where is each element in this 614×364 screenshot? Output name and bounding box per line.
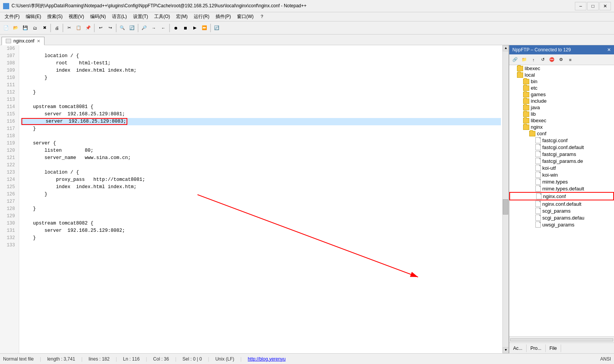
ftp-tree-item-nginx-conf[interactable]: nginx.conf: [509, 192, 614, 200]
code-line-128[interactable]: }: [21, 205, 501, 213]
ftp-hscroll-track[interactable]: [510, 338, 613, 341]
ftp-tree-item-libexec[interactable]: libexec: [509, 65, 614, 72]
code-line-123[interactable]: location / {: [21, 169, 501, 176]
redo-button[interactable]: ↪: [105, 23, 115, 33]
code-line-118[interactable]: [21, 133, 501, 140]
ftp-tree-item-uwsgi_params[interactable]: uwsgi_params: [509, 221, 614, 228]
ftp-tree-item-scgi_params-defau[interactable]: scgi_params.defau: [509, 214, 614, 221]
code-line-113[interactable]: [21, 96, 501, 103]
code-line-107[interactable]: location / {: [21, 52, 501, 60]
menu-file[interactable]: 文件(F): [2, 13, 23, 21]
menu-run[interactable]: 运行(R): [191, 13, 212, 21]
ftp-menu-button[interactable]: ≡: [566, 56, 574, 64]
code-line-127[interactable]: [21, 198, 501, 205]
ftp-tab-file[interactable]: File: [546, 344, 561, 352]
code-line-117[interactable]: }: [21, 125, 501, 133]
macro-play-button[interactable]: ▶: [190, 23, 199, 33]
ftp-tree-item-nginx[interactable]: nginx: [509, 124, 614, 130]
copy-button[interactable]: 📋: [74, 23, 83, 33]
code-line-126[interactable]: }: [21, 191, 501, 198]
tab-nginx-conf[interactable]: nginx.conf ✕: [2, 37, 44, 45]
ftp-folder-button[interactable]: 📁: [520, 56, 528, 64]
code-line-112[interactable]: }: [21, 89, 501, 96]
indent-button[interactable]: →: [149, 23, 158, 33]
menu-language[interactable]: 语言(L): [109, 13, 130, 21]
macro-stop-button[interactable]: ⏹: [181, 23, 190, 33]
ftp-tree-item-fastcgi_params[interactable]: fastcgi_params: [509, 151, 614, 157]
ftp-tree-item-bin[interactable]: bin: [509, 78, 614, 85]
code-line-121[interactable]: server_name www.sina.com.cn;: [21, 154, 501, 162]
ftp-tree-item-java[interactable]: java: [509, 104, 614, 111]
ftp-settings-button[interactable]: ⚙: [557, 56, 565, 64]
ftp-tree-item-include[interactable]: include: [509, 98, 614, 104]
code-line-132[interactable]: }: [21, 234, 501, 242]
maximize-button[interactable]: □: [587, 2, 599, 10]
scroll-thumb[interactable]: [503, 199, 508, 215]
code-content[interactable]: location / { root html-test1; index inde…: [19, 45, 502, 353]
find-button[interactable]: 🔍: [118, 23, 127, 33]
code-line-106[interactable]: [21, 45, 501, 52]
ftp-tree-item-fastcgi-conf.default[interactable]: fastcgi.conf.default: [509, 144, 614, 151]
ftp-tree-item-scgi_params[interactable]: scgi_params: [509, 207, 614, 214]
ftp-tree-item-lib[interactable]: lib: [509, 111, 614, 117]
vertical-scrollbar[interactable]: ▲ ▼: [502, 45, 509, 353]
ftp-connect-button[interactable]: 🔗: [511, 56, 519, 64]
ftp-tab-ac[interactable]: Ac...: [509, 344, 527, 352]
sync-button[interactable]: 🔃: [212, 23, 221, 33]
code-line-114[interactable]: upstream tomcat8081 {: [21, 103, 501, 111]
ftp-tree-item-koi-utf[interactable]: koi-utf: [509, 164, 614, 171]
ftp-tree[interactable]: libexeclocalbinetcgamesincludejavaliblib…: [509, 65, 614, 336]
scroll-up-button[interactable]: ▲: [503, 45, 509, 51]
code-line-133[interactable]: [21, 242, 501, 249]
code-line-110[interactable]: }: [21, 74, 501, 82]
ftp-tree-item-mime-types.default[interactable]: mime.types.default: [509, 185, 614, 192]
code-line-124[interactable]: proxy_pass http://tomcat8081;: [21, 176, 501, 184]
ftp-tree-item-nginx-conf.default[interactable]: nginx.conf.default: [509, 200, 614, 207]
ftp-tree-item-games[interactable]: games: [509, 91, 614, 98]
menu-search[interactable]: 搜索(S): [44, 13, 66, 21]
macro-run-button[interactable]: ⏩: [200, 23, 209, 33]
ftp-tab-pro[interactable]: Pro...: [527, 344, 546, 352]
ftp-tree-item-conf[interactable]: conf: [509, 130, 614, 137]
minimize-button[interactable]: –: [575, 2, 586, 10]
zoom-in-button[interactable]: 🔎: [140, 23, 149, 33]
menu-view[interactable]: 视图(V): [66, 13, 87, 21]
status-url[interactable]: http://blog.yerenyu: [248, 356, 594, 362]
outdent-button[interactable]: ←: [159, 23, 168, 33]
cut-button[interactable]: ✂: [64, 23, 74, 33]
menu-help[interactable]: ？: [257, 13, 267, 21]
replace-button[interactable]: 🔄: [127, 23, 137, 33]
menu-settings[interactable]: 设置(T): [130, 13, 151, 21]
menu-encode[interactable]: 编码(N): [87, 13, 109, 21]
print-button[interactable]: 🖨: [52, 23, 61, 33]
ftp-tree-item-koi-win[interactable]: koi-win: [509, 171, 614, 178]
code-line-111[interactable]: [21, 82, 501, 89]
scroll-track[interactable]: [503, 51, 509, 347]
tab-close-icon[interactable]: ✕: [37, 39, 40, 44]
code-line-115[interactable]: server 192.168.25.129:8081;: [21, 111, 501, 118]
ftp-tree-item-libexec[interactable]: libexec: [509, 117, 614, 124]
ftp-tree-item-etc[interactable]: etc: [509, 85, 614, 91]
code-line-122[interactable]: [21, 162, 501, 169]
code-line-130[interactable]: upstream tomcat8082 {: [21, 220, 501, 227]
undo-button[interactable]: ↩: [96, 23, 105, 33]
code-line-109[interactable]: index index.html index.htm;: [21, 67, 501, 74]
paste-button[interactable]: 📌: [84, 23, 93, 33]
open-button[interactable]: 📂: [11, 23, 20, 33]
menu-window[interactable]: 窗口(W): [234, 13, 257, 21]
code-line-129[interactable]: [21, 213, 501, 220]
menu-macro[interactable]: 宏(M): [173, 13, 191, 21]
ftp-hscroll[interactable]: [509, 336, 614, 343]
ftp-disconnect-button[interactable]: ⛔: [548, 56, 556, 64]
code-line-120[interactable]: listen 80;: [21, 147, 501, 154]
code-line-116[interactable]: server 192.168.25.129:8083;: [21, 118, 501, 125]
macro-rec-button[interactable]: ⏺: [171, 23, 180, 33]
ftp-tree-item-fastcgi_params-de[interactable]: fastcgi_params.de: [509, 157, 614, 164]
menu-tools[interactable]: 工具(O): [151, 13, 173, 21]
code-line-125[interactable]: index index.html index.htm;: [21, 184, 501, 191]
menu-edit[interactable]: 编辑(E): [23, 13, 44, 21]
close-button[interactable]: ✕: [599, 2, 611, 10]
ftp-up-button[interactable]: ↑: [529, 56, 538, 64]
ftp-close-icon[interactable]: ✕: [607, 47, 611, 52]
code-line-108[interactable]: root html-test1;: [21, 60, 501, 67]
